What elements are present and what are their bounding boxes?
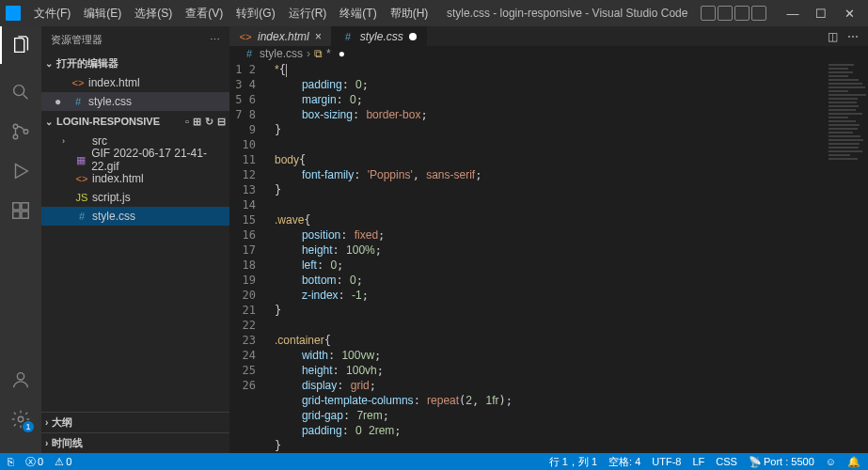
gif-icon: ▦ — [75, 153, 88, 166]
html-icon: <> — [75, 172, 88, 185]
window-title: style.css - login-responsive - Visual St… — [434, 7, 701, 20]
close-icon[interactable]: × — [315, 30, 322, 43]
split-editor-icon[interactable]: ◫ — [828, 30, 838, 43]
editor-tab[interactable]: #style.css — [332, 26, 427, 46]
chevron-right-icon: › — [45, 417, 48, 428]
chevron-right-icon: › — [45, 438, 48, 448]
status-cursor[interactable]: 行 1，列 1 — [549, 455, 597, 469]
status-bell-icon[interactable]: 🔔 — [847, 456, 860, 468]
modified-dot — [409, 33, 417, 40]
menu-item[interactable]: 选择(S) — [129, 4, 178, 24]
svg-rect-4 — [13, 203, 20, 210]
svg-point-1 — [13, 124, 18, 129]
layout-sidebarleft-icon[interactable] — [701, 6, 716, 21]
account-icon[interactable] — [9, 368, 32, 391]
minimize-button[interactable]: — — [780, 4, 806, 23]
status-spaces[interactable]: 空格: 4 — [608, 455, 640, 469]
svg-rect-6 — [13, 212, 20, 218]
file-item[interactable]: ▦GIF 2022-06-17 21-41-22.gif — [41, 150, 229, 169]
layout-custom-icon[interactable] — [751, 6, 766, 21]
status-live-server[interactable]: 📡 Port : 5500 — [749, 456, 814, 468]
status-errors[interactable]: ⓧ 0 — [25, 455, 43, 469]
refresh-icon[interactable]: ↻ — [205, 116, 213, 128]
file-item[interactable]: #style.css — [41, 207, 229, 226]
status-eol[interactable]: LF — [692, 456, 704, 467]
status-language[interactable]: CSS — [716, 456, 737, 467]
css-file-icon: # — [341, 30, 355, 43]
line-numbers: 1 2 3 4 5 6 7 8 9 10 11 12 13 14 15 16 1… — [229, 60, 267, 453]
layout-sidebarright-icon[interactable] — [734, 6, 750, 21]
css-icon: # — [75, 210, 88, 223]
code-content[interactable]: *{ padding: 0; margin: 0; box-sizing: bo… — [267, 60, 823, 453]
menu-bar: 文件(F)编辑(E)选择(S)查看(V)转到(G)运行(R)终端(T)帮助(H) — [28, 4, 434, 24]
svg-point-2 — [13, 134, 18, 139]
breadcrumb[interactable]: # style.css › ⧉ * ● — [229, 46, 868, 60]
open-editor-item[interactable]: <>index.html — [41, 73, 229, 92]
menu-item[interactable]: 转到(G) — [230, 4, 280, 24]
symbol-icon: ⧉ — [314, 47, 323, 60]
html-file-icon: <> — [239, 30, 252, 43]
menu-item[interactable]: 终端(T) — [334, 4, 382, 24]
status-remote-icon[interactable]: ⎘ — [8, 456, 14, 467]
svg-point-8 — [17, 373, 24, 380]
svg-point-0 — [14, 86, 24, 96]
outline-header[interactable]: › 大纲 — [41, 412, 229, 432]
new-file-icon[interactable]: ▫ — [185, 116, 189, 128]
search-icon[interactable] — [9, 81, 32, 103]
status-warnings[interactable]: ⚠ 0 — [55, 456, 71, 468]
editor-tabs: <>index.html×#style.css ◫ ⋯ — [229, 26, 868, 46]
status-encoding[interactable]: UTF-8 — [652, 456, 681, 467]
project-header[interactable]: ⌄ LOGIN-RESPONSIVE ▫ ⊞ ↻ ⊟ — [41, 111, 229, 132]
css-file-icon: # — [243, 47, 256, 60]
minimap[interactable] — [823, 60, 868, 453]
menu-item[interactable]: 编辑(E) — [78, 4, 127, 24]
open-editors-header[interactable]: ⌄ 打开的编辑器 — [41, 53, 229, 73]
editor-tab[interactable]: <>index.html× — [229, 26, 332, 46]
menu-item[interactable]: 帮助(H) — [385, 4, 434, 24]
chevron-down-icon: ⌄ — [45, 58, 53, 69]
layout-panel-icon[interactable] — [718, 6, 733, 21]
collapse-icon[interactable]: ⊟ — [217, 116, 226, 128]
timeline-header[interactable]: › 时间线 — [41, 432, 229, 453]
menu-item[interactable]: 运行(R) — [283, 4, 333, 24]
chevron-right-icon: › — [62, 136, 71, 146]
settings-icon[interactable] — [9, 408, 32, 431]
status-feedback-icon[interactable]: ☺ — [826, 456, 836, 467]
modified-indicator: ● — [339, 47, 345, 60]
extensions-icon[interactable] — [9, 199, 32, 222]
maximize-button[interactable]: ☐ — [808, 4, 834, 23]
new-folder-icon[interactable]: ⊞ — [193, 116, 201, 128]
chevron-down-icon: ⌄ — [45, 117, 53, 127]
status-bar: ⎘ ⓧ 0 ⚠ 0 行 1，列 1 空格: 4 UTF-8 LF CSS 📡 P… — [0, 453, 868, 470]
close-button[interactable]: ✕ — [836, 4, 862, 23]
css-file-icon: # — [71, 95, 85, 108]
more-icon[interactable]: ⋯ — [210, 34, 220, 46]
sidebar: 资源管理器 ⋯ ⌄ 打开的编辑器 <>index.html●#style.css… — [41, 26, 229, 453]
more-actions-icon[interactable]: ⋯ — [847, 30, 859, 43]
activity-bar — [0, 26, 41, 453]
editor: <>index.html×#style.css ◫ ⋯ # style.css … — [229, 26, 868, 453]
run-debug-icon[interactable] — [9, 160, 32, 182]
sidebar-title: 资源管理器 — [51, 33, 103, 47]
file-item[interactable]: JSscript.js — [41, 188, 229, 207]
svg-rect-5 — [22, 203, 28, 210]
modified-dot[interactable]: ● — [55, 95, 68, 108]
folder-icon — [75, 134, 88, 148]
source-control-icon[interactable] — [9, 120, 32, 143]
svg-rect-7 — [22, 212, 28, 218]
vscode-logo-icon — [6, 6, 21, 21]
menu-item[interactable]: 查看(V) — [180, 4, 229, 24]
menu-item[interactable]: 文件(F) — [28, 4, 76, 24]
js-icon: JS — [75, 191, 88, 204]
layout-controls — [701, 6, 766, 21]
svg-point-9 — [18, 416, 24, 422]
title-bar: 文件(F)编辑(E)选择(S)查看(V)转到(G)运行(R)终端(T)帮助(H)… — [0, 0, 868, 26]
html-file-icon: <> — [71, 76, 85, 89]
explorer-icon[interactable] — [0, 26, 41, 64]
open-editor-item[interactable]: ●#style.css — [41, 92, 229, 111]
